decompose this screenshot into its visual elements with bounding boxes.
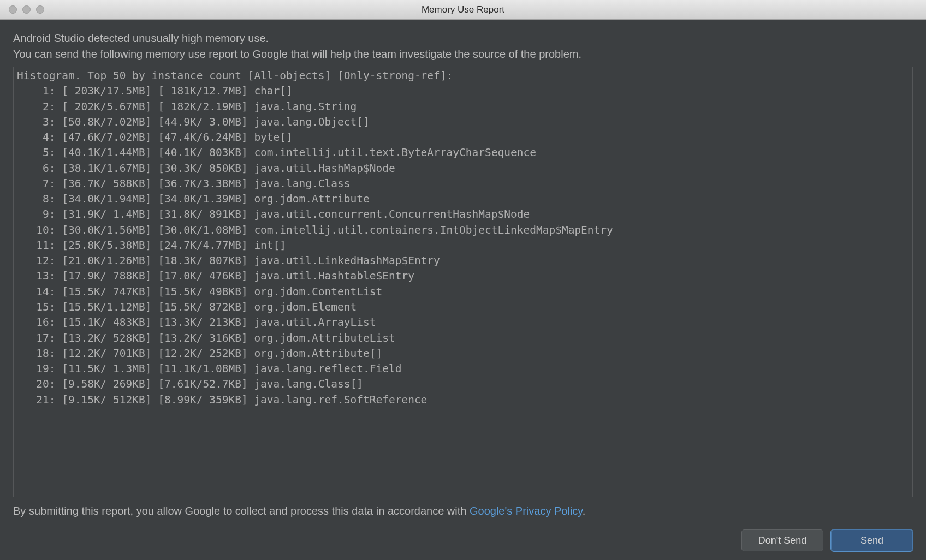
send-button[interactable]: Send: [831, 529, 913, 551]
close-icon[interactable]: [9, 5, 17, 14]
window-title: Memory Use Report: [422, 4, 504, 15]
privacy-policy-link[interactable]: Google's Privacy Policy: [470, 505, 583, 517]
zoom-icon[interactable]: [36, 5, 44, 14]
minimize-icon[interactable]: [22, 5, 31, 14]
intro-text: Android Studio detected unusually high m…: [13, 31, 913, 62]
intro-line-1: Android Studio detected unusually high m…: [13, 31, 913, 46]
privacy-footer: By submitting this report, you allow Goo…: [13, 505, 913, 517]
window-controls: [0, 5, 44, 14]
titlebar: Memory Use Report: [0, 0, 926, 20]
privacy-suffix: .: [583, 505, 586, 517]
dont-send-button[interactable]: Don't Send: [741, 529, 823, 551]
intro-line-2: You can send the following memory use re…: [13, 46, 913, 62]
dialog-content: Android Studio detected unusually high m…: [0, 20, 926, 560]
privacy-prefix: By submitting this report, you allow Goo…: [13, 505, 470, 517]
button-row: Don't Send Send: [13, 529, 913, 551]
report-textarea[interactable]: Histogram. Top 50 by instance count [All…: [13, 67, 913, 497]
